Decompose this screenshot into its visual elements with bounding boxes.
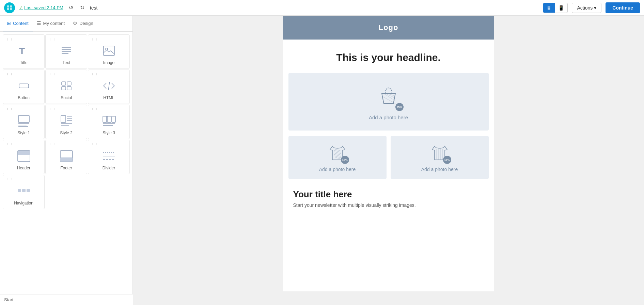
svg-rect-35 bbox=[22, 189, 26, 192]
title-block-label: Title bbox=[20, 60, 27, 65]
style3-block-icon bbox=[101, 113, 116, 128]
email-preview: Logo This is your headline. bbox=[283, 16, 494, 291]
html-block-icon bbox=[101, 78, 116, 93]
preview-photo-small-1[interactable]: 10% Add a photo here bbox=[288, 136, 387, 179]
block-button[interactable]: ⋮⋮ Button bbox=[3, 70, 45, 104]
start-bar: Start bbox=[0, 294, 133, 305]
mobile-view-button[interactable]: 📱 bbox=[555, 3, 567, 13]
drag-handle: ⋮⋮ bbox=[91, 37, 99, 41]
drag-handle: ⋮⋮ bbox=[48, 37, 57, 41]
block-text[interactable]: ⋮⋮ Text bbox=[45, 34, 87, 69]
svg-rect-9 bbox=[67, 82, 71, 85]
desktop-view-button[interactable]: 🖥 bbox=[543, 3, 555, 13]
svg-rect-23 bbox=[107, 116, 111, 122]
text-block-label: Text bbox=[62, 60, 70, 65]
svg-rect-5 bbox=[104, 46, 114, 56]
block-navigation[interactable]: ⋮⋮ Navigation bbox=[3, 175, 45, 209]
drag-handle: ⋮⋮ bbox=[48, 73, 57, 76]
drag-handle: ⋮⋮ bbox=[48, 108, 57, 111]
shirt-icon-wrapper-2: 10% bbox=[429, 143, 450, 163]
drag-handle: ⋮⋮ bbox=[6, 143, 14, 147]
image-block-icon bbox=[101, 43, 116, 58]
undo-button[interactable]: ↺ bbox=[67, 3, 75, 12]
divider-block-icon bbox=[101, 149, 116, 164]
sidebar: ⊞ Content ☰ My content ⚙ Design ⋮⋮ T Tit… bbox=[0, 16, 133, 305]
style2-block-icon bbox=[59, 113, 74, 128]
app-logo bbox=[4, 2, 15, 13]
drag-handle: ⋮⋮ bbox=[6, 108, 14, 111]
discount-badge-2: 10% bbox=[341, 156, 349, 164]
footer-block-label: Footer bbox=[60, 166, 72, 170]
html-block-label: HTML bbox=[103, 95, 114, 100]
block-image[interactable]: ⋮⋮ Image bbox=[88, 34, 130, 69]
blocks-grid: ⋮⋮ T Title ⋮⋮ Text bbox=[0, 32, 132, 212]
block-header[interactable]: ⋮⋮ Header bbox=[3, 140, 45, 174]
main-layout: ⊞ Content ☰ My content ⚙ Design ⋮⋮ T Tit… bbox=[0, 16, 644, 305]
svg-rect-34 bbox=[18, 189, 21, 192]
my-content-tab-icon: ☰ bbox=[37, 20, 41, 26]
photo-placeholder-text-2: Add a photo here bbox=[319, 167, 356, 172]
tab-content[interactable]: ⊞ Content bbox=[3, 16, 33, 31]
photo-placeholder-text: Add a photo here bbox=[369, 115, 408, 120]
footer-block-icon bbox=[59, 149, 74, 164]
svg-text:T: T bbox=[19, 46, 25, 56]
shirt-icon-wrapper-1: 10% bbox=[327, 143, 348, 163]
top-bar: Last saved 2:14 PM ↺ ↻ test 🖥 📱 Actions … bbox=[0, 0, 644, 16]
navigation-block-label: Navigation bbox=[14, 201, 33, 205]
start-label: Start bbox=[4, 297, 13, 302]
preview-title-section[interactable]: Your title here Start your newsletter wi… bbox=[283, 179, 494, 211]
email-canvas: Logo This is your headline. bbox=[133, 16, 644, 305]
social-block-label: Social bbox=[61, 95, 72, 100]
drag-handle: ⋮⋮ bbox=[91, 143, 99, 147]
preview-body-text: Start your newsletter with multiple visu… bbox=[293, 202, 484, 208]
block-social[interactable]: ⋮⋮ Social bbox=[45, 70, 87, 104]
block-footer[interactable]: ⋮⋮ Footer bbox=[45, 140, 87, 174]
design-tab-icon: ⚙ bbox=[73, 20, 77, 26]
svg-rect-30 bbox=[60, 157, 73, 162]
actions-button[interactable]: Actions ▾ bbox=[572, 3, 601, 13]
drag-handle: ⋮⋮ bbox=[6, 178, 14, 182]
block-divider[interactable]: ⋮⋮ Divider bbox=[88, 140, 130, 174]
style3-block-label: Style 3 bbox=[103, 131, 115, 135]
svg-rect-22 bbox=[103, 116, 107, 122]
style1-block-label: Style 1 bbox=[17, 131, 30, 135]
button-block-icon bbox=[16, 78, 31, 93]
shop-bag-icon-wrapper: 15% bbox=[375, 83, 402, 110]
discount-badge-1: 15% bbox=[395, 103, 404, 111]
block-title[interactable]: ⋮⋮ T Title bbox=[3, 34, 45, 69]
preview-photo-small-2[interactable]: 10% Add a photo here bbox=[391, 136, 489, 179]
preview-logo-block[interactable]: Logo bbox=[283, 16, 494, 40]
block-style3[interactable]: ⋮⋮ Style 3 bbox=[88, 105, 130, 139]
style1-block-icon bbox=[16, 113, 31, 128]
drag-handle: ⋮⋮ bbox=[91, 108, 99, 111]
block-style1[interactable]: ⋮⋮ Style 1 bbox=[3, 105, 45, 139]
social-block-icon bbox=[59, 78, 74, 93]
svg-rect-12 bbox=[18, 116, 29, 122]
drag-handle: ⋮⋮ bbox=[48, 143, 57, 147]
navigation-block-icon bbox=[16, 184, 31, 199]
preview-photo-large-block[interactable]: 15% Add a photo here bbox=[288, 73, 489, 131]
tab-design[interactable]: ⚙ Design bbox=[69, 16, 97, 31]
save-status[interactable]: Last saved 2:14 PM bbox=[19, 5, 63, 10]
block-style2[interactable]: ⋮⋮ Style 2 bbox=[45, 105, 87, 139]
block-html[interactable]: ⋮⋮ HTML bbox=[88, 70, 130, 104]
style2-block-label: Style 2 bbox=[60, 131, 73, 135]
drag-handle: ⋮⋮ bbox=[6, 73, 14, 76]
button-block-label: Button bbox=[18, 95, 30, 100]
drag-handle: ⋮⋮ bbox=[91, 73, 99, 76]
preview-headline-block[interactable]: This is your headline. bbox=[283, 40, 494, 73]
continue-button[interactable]: Continue bbox=[606, 2, 640, 13]
svg-rect-16 bbox=[61, 116, 66, 122]
header-block-icon bbox=[16, 149, 31, 164]
tab-my-content[interactable]: ☰ My content bbox=[33, 16, 69, 31]
preview-subtitle: Your title here bbox=[293, 189, 484, 200]
header-block-label: Header bbox=[17, 166, 30, 170]
content-tab-icon: ⊞ bbox=[7, 20, 11, 26]
sidebar-tabs: ⊞ Content ☰ My content ⚙ Design bbox=[0, 16, 132, 32]
title-block-icon: T bbox=[16, 43, 31, 58]
text-block-icon bbox=[59, 43, 74, 58]
redo-button[interactable]: ↻ bbox=[79, 3, 86, 12]
divider-block-label: Divider bbox=[103, 166, 115, 170]
svg-rect-8 bbox=[62, 82, 66, 85]
doc-name: test bbox=[90, 5, 312, 11]
